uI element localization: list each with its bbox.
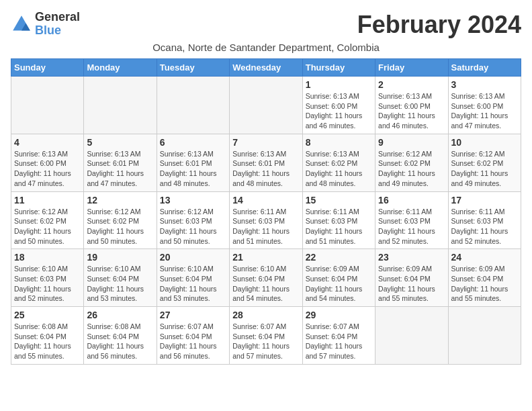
calendar-cell: 28Sunrise: 6:07 AMSunset: 6:04 PMDayligh… (230, 307, 302, 365)
week-row-2: 11Sunrise: 6:12 AMSunset: 6:02 PMDayligh… (11, 191, 521, 249)
day-info: Sunrise: 6:11 AMSunset: 6:03 PMDaylight:… (378, 207, 445, 246)
weekday-row: Sunday Monday Tuesday Wednesday Thursday… (11, 59, 521, 77)
calendar-cell (375, 307, 448, 365)
day-info: Sunrise: 6:10 AMSunset: 6:03 PMDaylight:… (14, 264, 81, 304)
day-number: 26 (87, 310, 153, 320)
calendar-cell (84, 77, 157, 134)
day-number: 8 (306, 137, 372, 148)
calendar-cell: 22Sunrise: 6:09 AMSunset: 6:04 PMDayligh… (302, 249, 375, 307)
day-info: Sunrise: 6:08 AMSunset: 6:04 PMDaylight:… (14, 322, 81, 361)
day-number: 18 (14, 252, 81, 263)
calendar-cell (11, 77, 84, 134)
day-info: Sunrise: 6:07 AMSunset: 6:04 PMDaylight:… (160, 322, 226, 361)
day-number: 25 (14, 310, 81, 320)
day-number: 5 (87, 137, 153, 148)
day-number: 6 (160, 137, 226, 148)
day-info: Sunrise: 6:12 AMSunset: 6:02 PMDaylight:… (451, 149, 518, 189)
day-info: Sunrise: 6:13 AMSunset: 6:01 PMDaylight:… (232, 149, 299, 189)
day-number: 22 (306, 252, 372, 263)
header-thursday: Thursday (302, 59, 375, 77)
day-number: 27 (160, 310, 226, 320)
day-info: Sunrise: 6:12 AMSunset: 6:02 PMDaylight:… (87, 207, 153, 246)
day-info: Sunrise: 6:11 AMSunset: 6:03 PMDaylight:… (306, 207, 372, 246)
day-number: 28 (232, 310, 299, 320)
week-row-1: 4Sunrise: 6:13 AMSunset: 6:00 PMDaylight… (11, 134, 521, 191)
day-number: 12 (87, 195, 153, 205)
day-number: 10 (451, 137, 518, 148)
logo-general-text: General (35, 11, 80, 24)
day-info: Sunrise: 6:11 AMSunset: 6:03 PMDaylight:… (232, 207, 299, 246)
calendar-cell: 3Sunrise: 6:13 AMSunset: 6:00 PMDaylight… (448, 77, 521, 134)
day-info: Sunrise: 6:12 AMSunset: 6:02 PMDaylight:… (14, 207, 81, 246)
logo: General Blue (11, 11, 80, 38)
calendar-cell: 2Sunrise: 6:13 AMSunset: 6:00 PMDaylight… (375, 77, 448, 134)
day-info: Sunrise: 6:13 AMSunset: 6:02 PMDaylight:… (306, 149, 372, 189)
logo-icon (11, 13, 32, 35)
calendar-cell: 16Sunrise: 6:11 AMSunset: 6:03 PMDayligh… (375, 191, 448, 249)
day-info: Sunrise: 6:13 AMSunset: 6:00 PMDaylight:… (306, 91, 372, 131)
day-number: 4 (14, 137, 81, 148)
day-info: Sunrise: 6:10 AMSunset: 6:04 PMDaylight:… (87, 264, 153, 304)
day-info: Sunrise: 6:07 AMSunset: 6:04 PMDaylight:… (306, 322, 372, 361)
day-number: 7 (232, 137, 299, 148)
week-row-4: 25Sunrise: 6:08 AMSunset: 6:04 PMDayligh… (11, 307, 521, 365)
day-number: 3 (451, 79, 518, 90)
calendar-cell: 10Sunrise: 6:12 AMSunset: 6:02 PMDayligh… (448, 134, 521, 191)
calendar-cell: 6Sunrise: 6:13 AMSunset: 6:01 PMDaylight… (157, 134, 229, 191)
day-number: 23 (378, 252, 445, 263)
calendar-cell: 12Sunrise: 6:12 AMSunset: 6:02 PMDayligh… (84, 191, 157, 249)
calendar-cell: 11Sunrise: 6:12 AMSunset: 6:02 PMDayligh… (11, 191, 84, 249)
calendar-cell: 1Sunrise: 6:13 AMSunset: 6:00 PMDaylight… (302, 77, 375, 134)
day-number: 21 (232, 252, 299, 263)
day-number: 14 (232, 195, 299, 205)
day-number: 1 (306, 79, 372, 90)
calendar-cell: 8Sunrise: 6:13 AMSunset: 6:02 PMDaylight… (302, 134, 375, 191)
week-row-0: 1Sunrise: 6:13 AMSunset: 6:00 PMDaylight… (11, 77, 521, 134)
day-info: Sunrise: 6:12 AMSunset: 6:02 PMDaylight:… (378, 149, 445, 189)
calendar-cell: 25Sunrise: 6:08 AMSunset: 6:04 PMDayligh… (11, 307, 84, 365)
logo-text: General Blue (35, 11, 80, 38)
day-number: 20 (160, 252, 226, 263)
day-info: Sunrise: 6:07 AMSunset: 6:04 PMDaylight:… (232, 322, 299, 361)
day-number: 2 (378, 79, 445, 90)
calendar-cell (230, 77, 302, 134)
calendar-cell: 21Sunrise: 6:10 AMSunset: 6:04 PMDayligh… (230, 249, 302, 307)
calendar-cell: 27Sunrise: 6:07 AMSunset: 6:04 PMDayligh… (157, 307, 229, 365)
calendar-cell: 14Sunrise: 6:11 AMSunset: 6:03 PMDayligh… (230, 191, 302, 249)
logo-blue-text: Blue (35, 24, 80, 38)
header-tuesday: Tuesday (157, 59, 229, 77)
calendar-table: Sunday Monday Tuesday Wednesday Thursday… (11, 58, 521, 365)
day-number: 19 (87, 252, 153, 263)
day-info: Sunrise: 6:09 AMSunset: 6:04 PMDaylight:… (306, 264, 372, 304)
day-info: Sunrise: 6:08 AMSunset: 6:04 PMDaylight:… (87, 322, 153, 361)
calendar-cell: 18Sunrise: 6:10 AMSunset: 6:03 PMDayligh… (11, 249, 84, 307)
day-info: Sunrise: 6:13 AMSunset: 6:00 PMDaylight:… (378, 91, 445, 131)
calendar-cell: 9Sunrise: 6:12 AMSunset: 6:02 PMDaylight… (375, 134, 448, 191)
calendar-cell: 17Sunrise: 6:11 AMSunset: 6:03 PMDayligh… (448, 191, 521, 249)
location-title: Ocana, Norte de Santander Department, Co… (11, 42, 521, 53)
day-info: Sunrise: 6:13 AMSunset: 6:01 PMDaylight:… (87, 149, 153, 189)
day-info: Sunrise: 6:10 AMSunset: 6:04 PMDaylight:… (232, 264, 299, 304)
calendar-cell: 26Sunrise: 6:08 AMSunset: 6:04 PMDayligh… (84, 307, 157, 365)
header-sunday: Sunday (11, 59, 84, 77)
calendar-cell: 29Sunrise: 6:07 AMSunset: 6:04 PMDayligh… (302, 307, 375, 365)
day-info: Sunrise: 6:13 AMSunset: 6:01 PMDaylight:… (160, 149, 226, 189)
day-info: Sunrise: 6:13 AMSunset: 6:00 PMDaylight:… (451, 91, 518, 131)
day-number: 13 (160, 195, 226, 205)
calendar-cell (157, 77, 229, 134)
calendar-cell: 24Sunrise: 6:09 AMSunset: 6:04 PMDayligh… (448, 249, 521, 307)
day-info: Sunrise: 6:11 AMSunset: 6:03 PMDaylight:… (451, 207, 518, 246)
calendar-body: 1Sunrise: 6:13 AMSunset: 6:00 PMDaylight… (11, 77, 521, 365)
calendar-cell: 23Sunrise: 6:09 AMSunset: 6:04 PMDayligh… (375, 249, 448, 307)
week-row-3: 18Sunrise: 6:10 AMSunset: 6:03 PMDayligh… (11, 249, 521, 307)
day-info: Sunrise: 6:09 AMSunset: 6:04 PMDaylight:… (378, 264, 445, 304)
day-info: Sunrise: 6:12 AMSunset: 6:03 PMDaylight:… (160, 207, 226, 246)
header-wednesday: Wednesday (230, 59, 302, 77)
day-info: Sunrise: 6:09 AMSunset: 6:04 PMDaylight:… (451, 264, 518, 304)
day-info: Sunrise: 6:10 AMSunset: 6:04 PMDaylight:… (160, 264, 226, 304)
day-number: 24 (451, 252, 518, 263)
day-number: 15 (306, 195, 372, 205)
calendar-cell: 13Sunrise: 6:12 AMSunset: 6:03 PMDayligh… (157, 191, 229, 249)
calendar-header: Sunday Monday Tuesday Wednesday Thursday… (11, 59, 521, 77)
day-number: 11 (14, 195, 81, 205)
